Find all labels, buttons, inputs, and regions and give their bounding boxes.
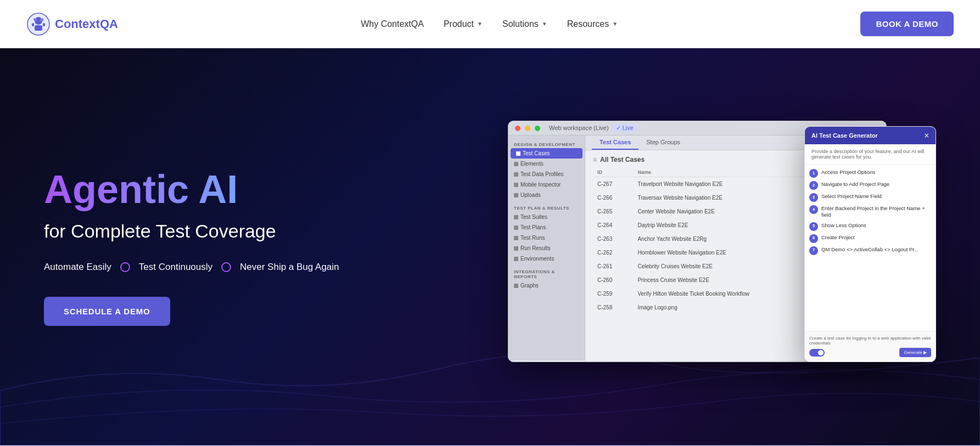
ai-panel-description: Provide a description of your feature, a… [805, 144, 936, 165]
cell-id: C-262 [593, 246, 633, 259]
ai-toggle[interactable] [809, 349, 825, 357]
sidebar-item-graphs[interactable]: Graphs [508, 280, 585, 291]
ai-input-row: Generate ▶ [809, 348, 931, 357]
logo[interactable]: ContextQA [26, 12, 118, 36]
ai-panel-items: 1 Access Project Options 2 Navigate to A… [805, 165, 936, 259]
chevron-down-icon: ▼ [612, 21, 618, 27]
cell-id: C-263 [593, 232, 633, 246]
ai-step-item: 1 Access Project Options [809, 169, 931, 178]
dashboard-mockup: Web workspace (Live) ✓ Live DESIGN & DEV… [508, 121, 936, 373]
ai-step-text: Access Project Options [821, 169, 875, 176]
run-results-icon [514, 246, 518, 251]
svg-point-3 [33, 18, 37, 21]
window-dot-red [515, 126, 520, 131]
close-icon[interactable]: × [925, 131, 929, 140]
breadcrumb: Web workspace (Live) ✓ Live [549, 125, 637, 132]
logo-text: ContextQA [55, 17, 118, 31]
sidebar-section-design: DESIGN & DEVELOPMENT [508, 140, 585, 148]
sidebar-item-uploads[interactable]: Uploads [508, 190, 585, 200]
sidebar-section-plan: TEST PLAN & RESULTS [508, 204, 585, 212]
test-suites-icon [514, 215, 518, 219]
hero-right: Web workspace (Live) ✓ Live DESIGN & DEV… [339, 121, 936, 373]
cell-id: C-259 [593, 287, 633, 301]
nav-item-resources[interactable]: Resources ▼ [567, 19, 618, 29]
nav-links: Why ContextQA Product ▼ Solutions ▼ Reso… [361, 19, 618, 29]
hero-features: Automate Easily Test Continuously Never … [44, 262, 339, 273]
chevron-down-icon: ▼ [542, 21, 547, 27]
cell-id: C-260 [593, 273, 633, 287]
ai-step-item: 5 Show Less Options [809, 222, 931, 231]
cell-id: C-261 [593, 259, 633, 273]
ai-step-item: 4 Enter Backend Project in the Project N… [809, 205, 931, 219]
dashboard-sidebar: DESIGN & DEVELOPMENT Test Cases Elements… [508, 136, 585, 360]
window-dot-green [535, 126, 540, 131]
hero-content: Agentic AI for Complete Test Coverage Au… [0, 88, 980, 406]
svg-rect-2 [35, 25, 42, 31]
hero-section: Agentic AI for Complete Test Coverage Au… [0, 48, 980, 445]
ai-generate-button[interactable]: Generate ▶ [899, 348, 931, 357]
ai-panel-header: AI Test Case Generator × [805, 127, 936, 144]
ai-step-text: QM Demo <> ActiveCollab <> Logout Pr... [821, 246, 919, 253]
hero-left: Agentic AI for Complete Test Coverage Au… [44, 168, 339, 325]
sidebar-item-test-runs[interactable]: Test Runs [508, 233, 585, 243]
schedule-demo-button[interactable]: SCHEDULE A DEMO [44, 297, 170, 326]
sidebar-item-environments[interactable]: Environments [508, 253, 585, 264]
sidebar-item-run-results[interactable]: Run Results [508, 243, 585, 253]
elements-icon [514, 162, 518, 166]
ai-step-number: 6 [809, 234, 818, 243]
ai-step-item: 2 Navigate to Add Project Page [809, 181, 931, 190]
ai-panel-title: AI Test Case Generator [811, 132, 878, 139]
test-plans-icon [514, 225, 518, 230]
col-id: ID [593, 168, 633, 177]
tab-test-cases[interactable]: Test Cases [592, 136, 639, 150]
nav-item-why[interactable]: Why ContextQA [361, 19, 424, 29]
chevron-down-icon: ▼ [477, 21, 483, 27]
svg-point-4 [40, 18, 43, 21]
cell-id: C-267 [593, 177, 633, 191]
ai-step-item: 3 Select Project Name Field [809, 193, 931, 202]
ai-step-number: 2 [809, 181, 818, 190]
ai-step-text: Select Project Name Field [821, 193, 882, 200]
test-runs-icon [514, 236, 518, 240]
test-data-icon [514, 172, 518, 177]
sidebar-item-test-plans[interactable]: Test Plans [508, 222, 585, 233]
svg-rect-6 [43, 23, 45, 26]
cell-id: C-266 [593, 191, 633, 205]
logo-icon [26, 12, 51, 36]
ai-step-number: 4 [809, 205, 818, 214]
hero-title: Agentic AI [44, 168, 339, 211]
sidebar-item-test-data[interactable]: Test Data Profiles [508, 169, 585, 179]
ai-step-text: Navigate to Add Project Page [821, 181, 889, 188]
sidebar-item-test-suites[interactable]: Test Suites [508, 212, 585, 222]
hero-subtitle: for Complete Test Coverage [44, 221, 339, 242]
ai-panel: AI Test Case Generator × Provide a descr… [804, 126, 936, 362]
tab-step-groups[interactable]: Step Groups [639, 136, 688, 150]
sidebar-item-mobile[interactable]: Mobile Inspector [508, 179, 585, 190]
window-dot-yellow [525, 126, 530, 131]
mobile-icon [514, 183, 518, 187]
sidebar-section-integrations: INTEGRATIONS & REPORTS [508, 267, 585, 280]
ai-step-number: 5 [809, 222, 818, 231]
ai-step-item: 6 Create Project [809, 234, 931, 243]
feature-dot-1 [120, 262, 130, 272]
cell-id: C-265 [593, 205, 633, 218]
nav-item-solutions[interactable]: Solutions ▼ [502, 19, 547, 29]
svg-rect-5 [32, 23, 34, 26]
environments-icon [514, 257, 518, 261]
sidebar-item-elements[interactable]: Elements [508, 159, 585, 169]
ai-step-number: 7 [809, 246, 818, 255]
ai-footer-text: Create a test case for logging in to a w… [809, 336, 931, 346]
cell-id: C-264 [593, 218, 633, 232]
ai-step-item: 7 QM Demo <> ActiveCollab <> Logout Pr..… [809, 246, 931, 255]
feature-no-bugs: Never Ship a Bug Again [240, 262, 339, 273]
ai-step-number: 1 [809, 169, 818, 178]
nav-item-product[interactable]: Product ▼ [444, 19, 483, 29]
book-demo-button[interactable]: BOOK A DEMO [860, 12, 954, 36]
uploads-icon [514, 193, 518, 197]
feature-continuously: Test Continuously [139, 262, 212, 273]
feature-dot-2 [221, 262, 231, 272]
ai-step-number: 3 [809, 193, 818, 202]
navbar: ContextQA Why ContextQA Product ▼ Soluti… [0, 0, 980, 48]
sidebar-item-test-cases[interactable]: Test Cases [511, 148, 583, 159]
ai-step-text: Create Project [821, 234, 855, 241]
